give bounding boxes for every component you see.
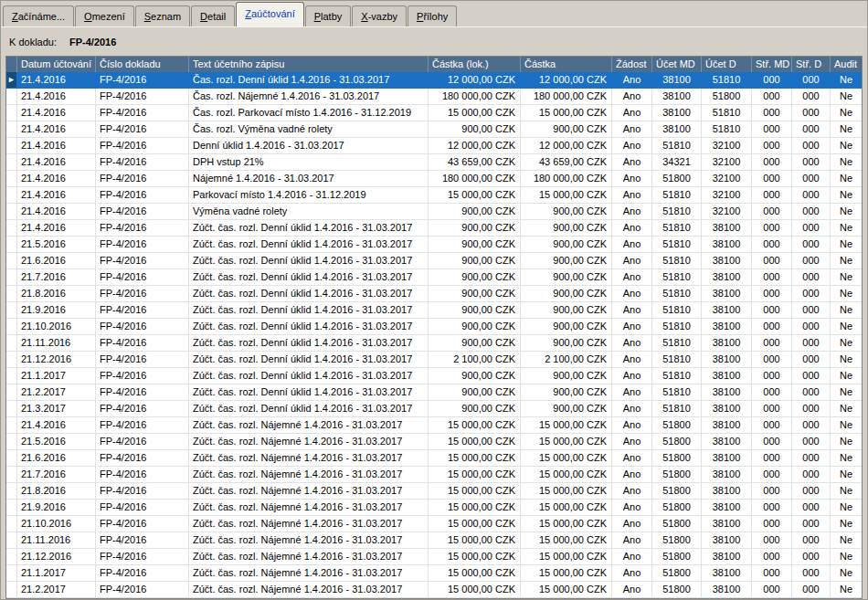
cell[interactable]: Ano <box>612 237 652 252</box>
cell[interactable]: 21.9.2016 <box>17 302 96 318</box>
cell[interactable]: 000 <box>792 204 831 219</box>
row-selector[interactable] <box>6 500 17 515</box>
cell[interactable]: Ano <box>612 138 652 153</box>
table-row[interactable]: 21.5.2016FP-4/2016Zúčt. čas. rozl. Denní… <box>6 237 862 253</box>
cell[interactable]: 21.8.2016 <box>17 286 96 301</box>
cell[interactable]: FP-4/2016 <box>96 384 189 400</box>
cell[interactable]: Čas. rozl. Parkovací místo 1.4.2016 - 31… <box>189 105 429 121</box>
cell[interactable]: 51810 <box>702 105 752 121</box>
cell[interactable]: 32100 <box>702 138 752 153</box>
cell[interactable]: Výměna vadné rolety <box>189 204 429 219</box>
column-header[interactable]: Částka (lok.) <box>429 57 521 72</box>
cell[interactable]: Ne <box>831 483 862 499</box>
cell[interactable]: Ano <box>612 352 652 367</box>
cell[interactable]: 51810 <box>702 72 752 88</box>
cell[interactable]: FP-4/2016 <box>96 319 189 334</box>
cell[interactable]: FP-4/2016 <box>96 352 189 367</box>
cell[interactable]: 000 <box>792 237 831 252</box>
tab-detail[interactable]: Detail <box>191 5 235 26</box>
cell[interactable]: 38100 <box>702 302 752 318</box>
cell[interactable]: 000 <box>752 500 792 515</box>
cell[interactable]: FP-4/2016 <box>96 401 189 416</box>
cell[interactable]: Ne <box>831 302 862 318</box>
cell[interactable]: Ne <box>831 253 862 268</box>
cell[interactable]: FP-4/2016 <box>96 417 189 433</box>
cell[interactable]: FP-4/2016 <box>96 72 189 88</box>
cell[interactable]: 000 <box>792 417 831 433</box>
cell[interactable]: 21.12.2016 <box>17 549 96 564</box>
cell[interactable]: 38100 <box>702 582 752 597</box>
cell[interactable]: Ne <box>831 171 862 186</box>
cell[interactable]: Ne <box>831 549 862 564</box>
cell[interactable]: 51810 <box>652 352 702 367</box>
cell[interactable]: Ano <box>612 417 652 433</box>
cell[interactable]: 38100 <box>702 220 752 236</box>
row-selector[interactable] <box>6 516 17 532</box>
cell[interactable]: 000 <box>792 138 831 153</box>
cell[interactable]: 12 000,00 CZK <box>429 138 521 153</box>
cell[interactable]: Zúčt. čas. rozl. Denní úklid 1.4.2016 - … <box>189 302 429 318</box>
cell[interactable]: 15 000,00 CZK <box>429 434 521 449</box>
cell[interactable]: FP-4/2016 <box>96 121 189 137</box>
cell[interactable]: 38100 <box>652 121 702 137</box>
cell[interactable]: FP-4/2016 <box>96 138 189 153</box>
row-selector[interactable] <box>6 204 17 219</box>
cell[interactable]: Ne <box>831 532 862 548</box>
cell[interactable]: FP-4/2016 <box>96 549 189 564</box>
cell[interactable]: Zúčt. čas. rozl. Nájemné 1.4.2016 - 31.0… <box>189 467 429 482</box>
row-selector[interactable] <box>6 434 17 449</box>
cell[interactable]: Ano <box>612 253 652 268</box>
table-row[interactable]: 21.7.2016FP-4/2016Zúčt. čas. rozl. Denní… <box>6 269 862 286</box>
table-row[interactable]: 21.2.2017FP-4/2016Zúčt. čas. rozl. Nájem… <box>6 582 862 598</box>
cell[interactable]: 51800 <box>652 500 702 515</box>
cell[interactable]: 000 <box>752 335 792 351</box>
column-header[interactable]: Číslo dokladu <box>96 57 189 72</box>
row-selector[interactable] <box>6 89 17 104</box>
cell[interactable]: DPH vstup 21% <box>189 154 429 170</box>
cell[interactable]: Ano <box>612 500 652 515</box>
column-header[interactable]: Text účetního zápisu <box>189 57 429 72</box>
cell[interactable]: 000 <box>792 220 831 236</box>
cell[interactable]: 21.10.2016 <box>17 319 96 334</box>
cell[interactable]: 900,00 CZK <box>521 220 612 236</box>
cell[interactable]: 38100 <box>702 286 752 301</box>
cell[interactable]: Ano <box>612 368 652 384</box>
cell[interactable]: 51800 <box>652 417 702 433</box>
cell[interactable]: 21.6.2016 <box>17 253 96 268</box>
cell[interactable]: 15 000,00 CZK <box>521 500 612 515</box>
cell[interactable]: 51810 <box>652 368 702 384</box>
cell[interactable]: 38100 <box>702 368 752 384</box>
cell[interactable]: 51800 <box>652 582 702 597</box>
cell[interactable]: 000 <box>752 319 792 334</box>
cell[interactable]: 38100 <box>702 335 752 351</box>
cell[interactable]: FP-4/2016 <box>96 434 189 449</box>
table-row[interactable]: 21.1.2017FP-4/2016Zúčt. čas. rozl. Nájem… <box>6 565 862 582</box>
row-selector[interactable] <box>6 302 17 318</box>
cell[interactable]: 15 000,00 CZK <box>521 187 612 203</box>
cell[interactable]: FP-4/2016 <box>96 483 189 499</box>
table-row[interactable]: 21.6.2016FP-4/2016Zúčt. čas. rozl. Denní… <box>6 253 862 269</box>
cell[interactable]: Ne <box>831 286 862 301</box>
cell[interactable]: 21.5.2016 <box>17 237 96 252</box>
cell[interactable]: Ne <box>831 467 862 482</box>
cell[interactable]: Zúčt. čas. rozl. Nájemné 1.4.2016 - 31.0… <box>189 450 429 466</box>
cell[interactable]: 21.8.2016 <box>17 483 96 499</box>
cell[interactable]: 000 <box>752 121 792 137</box>
cell[interactable]: FP-4/2016 <box>96 565 189 581</box>
cell[interactable]: 15 000,00 CZK <box>429 565 521 581</box>
cell[interactable]: 15 000,00 CZK <box>521 483 612 499</box>
row-selector[interactable] <box>6 138 17 153</box>
cell[interactable]: 000 <box>752 549 792 564</box>
cell[interactable]: 000 <box>752 138 792 153</box>
cell[interactable]: FP-4/2016 <box>96 335 189 351</box>
cell[interactable]: 000 <box>752 401 792 416</box>
cell[interactable]: 900,00 CZK <box>521 319 612 334</box>
cell[interactable]: 15 000,00 CZK <box>429 582 521 597</box>
cell[interactable]: Ne <box>831 138 862 153</box>
cell[interactable]: 21.4.2016 <box>17 105 96 121</box>
cell[interactable]: Zúčt. čas. rozl. Nájemné 1.4.2016 - 31.0… <box>189 434 429 449</box>
cell[interactable]: 000 <box>752 105 792 121</box>
column-header[interactable]: Stř. D <box>792 57 831 72</box>
row-selector[interactable] <box>6 401 17 416</box>
cell[interactable]: Ano <box>612 302 652 318</box>
